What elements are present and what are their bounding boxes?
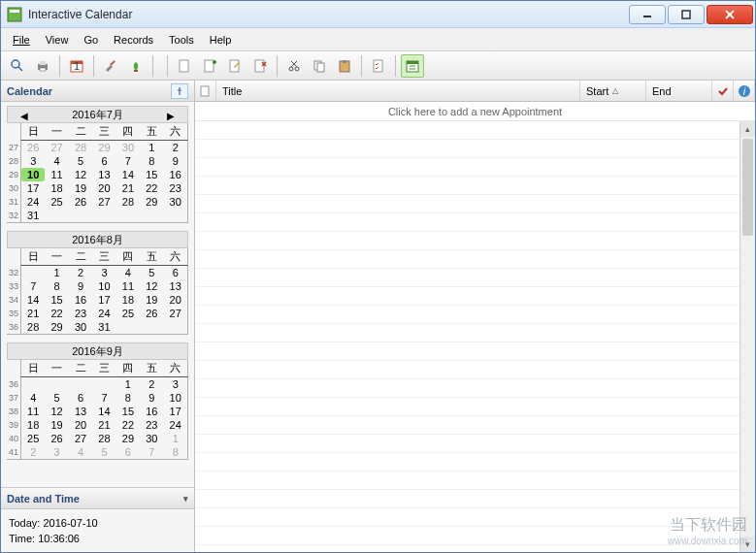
day-cell[interactable]: 31 [92, 320, 115, 334]
vertical-scrollbar[interactable]: ▴ ▾ [740, 121, 755, 552]
add-appointment-placeholder[interactable]: Click here to add a new Appointment [195, 102, 755, 121]
day-cell[interactable]: 16 [140, 405, 163, 418]
day-cell[interactable]: 20 [92, 181, 115, 195]
delete-icon[interactable] [248, 54, 272, 78]
day-cell[interactable]: 26 [140, 307, 163, 320]
copy-icon[interactable] [308, 54, 331, 78]
appointment-list[interactable]: ▴ ▾ 当下软件园 www.downxia.com [195, 121, 755, 552]
day-cell[interactable]: 12 [45, 405, 68, 418]
day-cell[interactable]: 29 [92, 141, 115, 154]
day-cell[interactable]: 2 [164, 141, 187, 154]
day-cell[interactable]: 4 [45, 154, 68, 168]
new-item-icon[interactable] [173, 54, 196, 78]
day-cell[interactable]: 2 [69, 266, 92, 279]
day-cell[interactable]: 31 [21, 209, 45, 222]
day-cell[interactable]: 19 [69, 181, 92, 195]
day-cell[interactable]: 23 [164, 181, 187, 195]
day-cell[interactable]: 26 [21, 141, 45, 154]
day-cell[interactable]: 5 [92, 445, 115, 459]
day-cell[interactable]: 7 [116, 154, 140, 168]
day-cell[interactable]: 14 [92, 405, 115, 418]
day-cell[interactable]: 17 [21, 181, 45, 195]
day-cell[interactable]: 30 [69, 320, 92, 334]
col-end[interactable]: End [646, 81, 712, 101]
edit-icon[interactable] [223, 54, 247, 78]
day-cell[interactable]: 15 [140, 168, 163, 181]
day-cell[interactable]: 27 [45, 141, 68, 154]
checklist-icon[interactable] [367, 54, 390, 78]
day-cell[interactable]: 26 [45, 432, 68, 445]
day-cell[interactable]: 10 [164, 391, 187, 405]
day-cell[interactable]: 11 [45, 168, 68, 181]
col-title[interactable]: Title [216, 81, 580, 101]
day-cell[interactable]: 27 [92, 195, 115, 209]
scroll-up-icon[interactable]: ▴ [740, 121, 755, 137]
plant-icon[interactable] [124, 54, 148, 78]
day-cell[interactable]: 11 [116, 279, 140, 293]
menu-records[interactable]: Records [106, 31, 161, 49]
day-cell[interactable]: 10 [92, 279, 115, 293]
day-cell[interactable]: 25 [21, 432, 45, 445]
day-cell[interactable]: 3 [92, 266, 115, 279]
col-done-icon[interactable] [712, 81, 734, 101]
day-cell[interactable]: 29 [116, 432, 140, 445]
day-cell[interactable]: 25 [45, 195, 68, 209]
day-cell[interactable]: 13 [69, 405, 92, 418]
today-icon[interactable]: 1 [65, 54, 88, 78]
day-cell[interactable]: 3 [45, 445, 68, 459]
day-cell[interactable]: 14 [116, 168, 140, 181]
day-cell[interactable]: 16 [69, 293, 92, 307]
menu-tools[interactable]: Tools [161, 31, 202, 49]
menu-file[interactable]: File [5, 31, 38, 49]
day-cell[interactable]: 5 [140, 266, 163, 279]
day-cell[interactable]: 6 [69, 391, 92, 405]
datetime-panel-header[interactable]: Date and Time ▾ [1, 488, 194, 509]
day-cell[interactable]: 4 [116, 266, 140, 279]
day-cell[interactable]: 15 [45, 293, 68, 307]
day-cell[interactable]: 5 [69, 154, 92, 168]
day-cell[interactable]: 24 [92, 307, 115, 320]
day-cell[interactable]: 8 [140, 154, 163, 168]
day-cell[interactable]: 30 [140, 432, 163, 445]
day-cell[interactable]: 21 [92, 418, 115, 432]
col-type-icon[interactable] [195, 81, 216, 101]
menu-go[interactable]: Go [76, 31, 106, 49]
day-cell[interactable]: 22 [116, 418, 140, 432]
day-cell[interactable]: 29 [140, 195, 163, 209]
print-icon[interactable] [31, 54, 54, 78]
day-cell[interactable]: 27 [69, 432, 92, 445]
day-cell[interactable]: 30 [164, 195, 187, 209]
day-cell[interactable]: 6 [92, 154, 115, 168]
calendar-active-icon[interactable] [401, 54, 424, 78]
day-cell[interactable]: 14 [21, 293, 45, 307]
day-cell[interactable]: 3 [21, 154, 45, 168]
cut-icon[interactable] [282, 54, 306, 78]
menu-help[interactable]: Help [202, 31, 240, 49]
close-button[interactable] [707, 5, 753, 24]
day-cell[interactable]: 25 [116, 307, 140, 320]
day-cell[interactable]: 8 [45, 279, 68, 293]
pin-button[interactable] [171, 83, 188, 99]
menu-view[interactable]: View [38, 31, 77, 49]
day-cell[interactable]: 1 [140, 141, 163, 154]
day-cell[interactable]: 13 [164, 279, 187, 293]
prev-month-button[interactable]: ◀ [17, 109, 31, 122]
day-cell[interactable]: 19 [45, 418, 68, 432]
day-cell[interactable]: 20 [69, 418, 92, 432]
col-info-icon[interactable]: i [734, 81, 755, 101]
day-cell[interactable]: 10 [21, 168, 45, 181]
day-cell[interactable]: 28 [92, 432, 115, 445]
day-cell[interactable]: 18 [21, 418, 45, 432]
day-cell[interactable]: 3 [164, 377, 187, 391]
minimize-button[interactable] [629, 5, 666, 24]
day-cell[interactable]: 29 [45, 320, 68, 334]
day-cell[interactable]: 2 [140, 377, 163, 391]
day-cell[interactable]: 12 [140, 279, 163, 293]
day-cell[interactable]: 19 [140, 293, 163, 307]
day-cell[interactable]: 24 [21, 195, 45, 209]
day-cell[interactable]: 4 [69, 445, 92, 459]
day-cell[interactable]: 1 [116, 377, 140, 391]
day-cell[interactable]: 6 [116, 445, 140, 459]
day-cell[interactable]: 8 [164, 445, 187, 459]
day-cell[interactable]: 4 [21, 391, 45, 405]
